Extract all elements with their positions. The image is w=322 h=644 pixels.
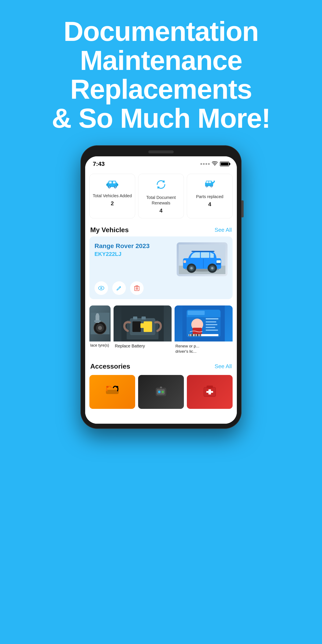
accessories-title: Accessories xyxy=(90,362,130,370)
svg-point-90 xyxy=(162,391,164,393)
stat-card-parts: Parts replaced 4 xyxy=(187,174,232,218)
svg-rect-4 xyxy=(113,181,116,184)
vehicle-plate: EKY222LJ xyxy=(94,251,177,258)
svg-rect-69 xyxy=(206,318,218,320)
phone-screen: 7:43 xyxy=(85,156,237,424)
hero-section: DocumentationMaintenanceReplacements& So… xyxy=(0,0,322,145)
accessories-see-all[interactable]: See All xyxy=(214,363,232,370)
svg-rect-86 xyxy=(116,386,118,388)
view-vehicle-button[interactable] xyxy=(94,281,108,295)
phone-frame: 7:43 xyxy=(80,145,242,429)
svg-point-68 xyxy=(194,318,200,326)
battery-label: Replace Battery xyxy=(114,342,172,349)
svg-rect-72 xyxy=(206,327,215,328)
vehicle-actions xyxy=(94,280,228,295)
svg-point-18 xyxy=(211,186,212,187)
vehicle-card-top: Range Rover 2023 EKY222LJ xyxy=(94,242,228,276)
delete-vehicle-button[interactable] xyxy=(130,281,144,295)
svg-rect-73 xyxy=(206,330,218,331)
svg-rect-58 xyxy=(133,316,137,320)
signal-dot-2 xyxy=(203,163,205,165)
accessories-row xyxy=(85,373,237,411)
vehicle-icon xyxy=(106,179,118,190)
vehicle-info: Range Rover 2023 EKY222LJ xyxy=(94,242,177,258)
svg-rect-59 xyxy=(142,316,146,320)
stat-card-renewals: Total Document Renewals 4 xyxy=(138,174,184,218)
svg-rect-84 xyxy=(106,390,119,394)
svg-rect-71 xyxy=(206,324,217,325)
promo-card-license[interactable]: Renew or p...driver's lic... xyxy=(174,306,232,355)
accessories-header: Accessories See All xyxy=(85,359,237,373)
vehicle-name: Range Rover 2023 xyxy=(94,242,177,250)
svg-point-0 xyxy=(214,165,215,166)
svg-rect-70 xyxy=(206,321,216,322)
power-button xyxy=(242,200,244,217)
edit-vehicle-button[interactable] xyxy=(112,281,126,295)
svg-rect-91 xyxy=(160,386,162,388)
app-content: Total Vehicles Added 2 xyxy=(85,170,237,424)
svg-point-29 xyxy=(190,267,193,270)
accessories-section: Accessories See All xyxy=(85,359,237,415)
stats-row: Total Vehicles Added 2 xyxy=(85,170,237,223)
signal-dot-4 xyxy=(208,163,210,165)
svg-rect-95 xyxy=(206,391,213,393)
svg-point-32 xyxy=(211,267,214,270)
promo-row: lace tyre(s) xyxy=(85,303,237,359)
svg-rect-35 xyxy=(192,251,214,252)
vehicles-added-value: 2 xyxy=(111,200,114,207)
svg-rect-52 xyxy=(94,320,100,322)
svg-point-8 xyxy=(114,186,116,188)
svg-point-16 xyxy=(206,186,208,187)
svg-point-6 xyxy=(109,186,110,188)
signal-dot-3 xyxy=(206,163,207,165)
svg-rect-24 xyxy=(201,252,209,258)
svg-rect-85 xyxy=(106,386,108,388)
svg-rect-26 xyxy=(184,260,186,263)
vehicle-image xyxy=(177,242,228,276)
renewal-icon xyxy=(156,179,166,192)
battery-fill xyxy=(221,162,228,166)
svg-rect-14 xyxy=(209,181,211,183)
vehicles-see-all[interactable]: See All xyxy=(214,227,232,233)
svg-point-51 xyxy=(96,313,99,316)
svg-rect-25 xyxy=(216,260,221,263)
promo-card-battery[interactable]: Replace Battery xyxy=(114,306,172,355)
svg-rect-96 xyxy=(206,386,213,388)
parts-value: 4 xyxy=(208,201,211,208)
renewals-value: 4 xyxy=(160,208,162,214)
svg-rect-74 xyxy=(189,334,218,336)
tire-label: lace tyre(s) xyxy=(90,342,110,348)
svg-line-39 xyxy=(120,287,120,288)
signal-dot-1 xyxy=(200,163,202,165)
svg-rect-60 xyxy=(140,323,148,328)
svg-rect-3 xyxy=(109,181,112,184)
svg-rect-13 xyxy=(206,181,208,183)
hero-title: DocumentationMaintenanceReplacements& So… xyxy=(13,17,309,132)
accessory-card-2[interactable] xyxy=(138,375,184,409)
accessory-card-1[interactable] xyxy=(90,375,135,409)
signal-dots xyxy=(200,163,210,165)
svg-rect-56 xyxy=(132,321,141,332)
phone-speaker xyxy=(148,150,174,153)
svg-rect-33 xyxy=(216,263,220,265)
accessory-card-3[interactable] xyxy=(187,375,232,409)
phone-wrapper: 7:43 xyxy=(0,145,322,446)
my-vehicles-title: My Vehicles xyxy=(90,226,128,234)
vehicles-added-label: Total Vehicles Added xyxy=(93,193,132,198)
my-vehicles-header: My Vehicles See All xyxy=(85,223,237,236)
status-icons xyxy=(200,161,229,167)
bottom-padding xyxy=(85,415,237,424)
renewals-label: Total Document Renewals xyxy=(141,195,181,206)
promo-card-tire-partial[interactable]: lace tyre(s) xyxy=(90,306,110,355)
wifi-icon xyxy=(212,161,218,167)
svg-point-89 xyxy=(158,391,160,393)
svg-rect-10 xyxy=(116,184,118,186)
status-bar: 7:43 xyxy=(85,156,237,170)
svg-rect-9 xyxy=(106,184,108,186)
svg-point-49 xyxy=(98,326,102,330)
battery-icon xyxy=(220,162,229,166)
vehicle-card: Range Rover 2023 EKY222LJ xyxy=(90,236,232,299)
license-label: Renew or p...driver's lic... xyxy=(174,342,232,355)
svg-rect-65 xyxy=(188,311,205,315)
stat-card-vehicles: Total Vehicles Added 2 xyxy=(90,174,135,218)
